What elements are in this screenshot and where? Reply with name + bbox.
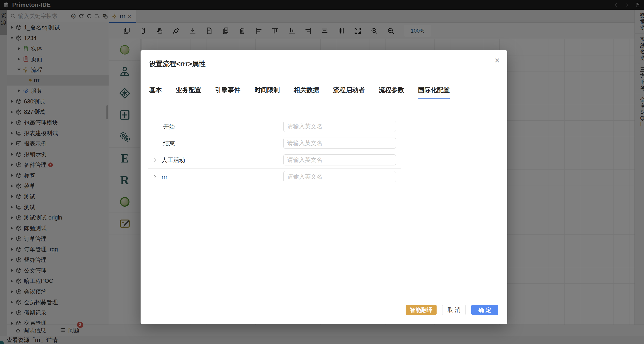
cancel-button[interactable]: 取 消 [442, 305, 466, 315]
dialog-close-icon[interactable]: × [495, 56, 500, 65]
primeton-ide-window: Primeton-IDE 资源 1_命名sql测试1234实体页面流程rrr服务… [0, 0, 644, 344]
dialog-tab[interactable]: 相关数据 [294, 86, 319, 99]
chevron-right-icon[interactable] [152, 157, 158, 162]
english-name-input[interactable] [283, 154, 396, 165]
i18n-row-label: 开始 [163, 118, 175, 135]
dialog-tab[interactable]: 引擎事件 [215, 86, 240, 99]
i18n-row-label: 结束 [163, 135, 175, 152]
i18n-row-label: 人工活动 [162, 152, 185, 168]
smart-translate-button[interactable]: 智能翻译 [406, 305, 436, 315]
dialog-tabs: 基本业务配置引擎事件时间限制相关数据流程启动者流程参数国际化配置 [149, 86, 450, 99]
english-name-input[interactable] [283, 121, 396, 132]
dialog-tab[interactable]: 流程参数 [379, 86, 404, 99]
i18n-row: 结束 [148, 135, 401, 152]
dialog-tab[interactable]: 基本 [149, 86, 162, 99]
process-properties-dialog: 设置流程<rrr>属性 × 基本业务配置引擎事件时间限制相关数据流程启动者流程参… [140, 50, 507, 324]
i18n-row: rrr [148, 168, 401, 185]
ok-button[interactable]: 确 定 [471, 305, 498, 315]
dialog-tab[interactable]: 流程启动者 [333, 86, 365, 99]
english-name-input[interactable] [283, 171, 396, 182]
i18n-row: 开始 [148, 118, 401, 135]
english-name-input[interactable] [283, 138, 396, 149]
dialog-tab[interactable]: 业务配置 [176, 86, 201, 99]
dialog-tab[interactable]: 时间限制 [254, 86, 280, 99]
i18n-row: 人工活动 [148, 152, 401, 168]
dialog-tab[interactable]: 国际化配置 [418, 86, 450, 99]
i18n-config-table: 开始结束人工活动rrr [148, 118, 401, 185]
i18n-row-label: rrr [162, 168, 168, 185]
dialog-title: 设置流程<rrr>属性 [149, 59, 206, 69]
chevron-right-icon[interactable] [152, 174, 158, 179]
